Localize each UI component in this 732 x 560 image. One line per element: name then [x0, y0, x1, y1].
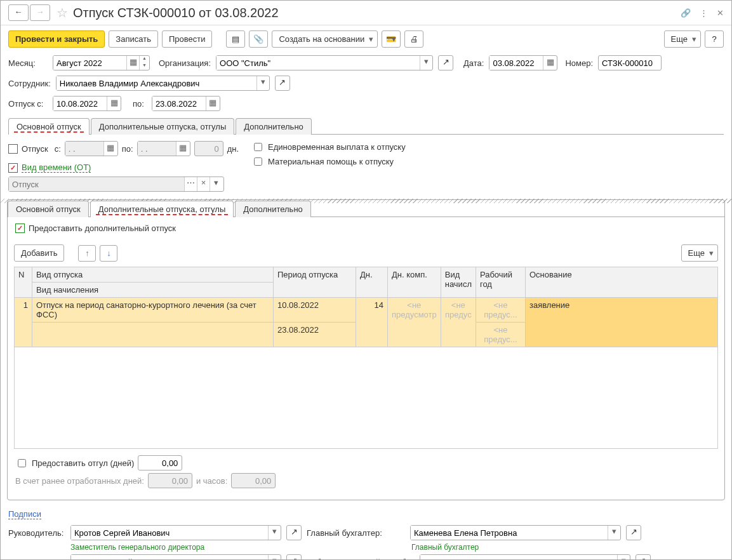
- help-button[interactable]: ?: [705, 30, 724, 48]
- vacation-checkbox[interactable]: [8, 144, 18, 154]
- vacation-to-calendar-icon[interactable]: ▦: [176, 142, 190, 156]
- cell-n[interactable]: 1: [15, 298, 32, 347]
- month-input[interactable]: ▦ ▲▼: [53, 55, 150, 70]
- move-down-button[interactable]: ↓: [100, 245, 117, 262]
- signatures-link[interactable]: Подписи: [8, 509, 41, 519]
- cell-reason[interactable]: заявление: [525, 298, 717, 347]
- nav-back-button[interactable]: ←: [8, 4, 29, 21]
- tab-extra-vacation[interactable]: Дополнительные отпуска, отгулы: [91, 118, 235, 135]
- hr-open-button[interactable]: ↗: [636, 554, 651, 560]
- cell-days[interactable]: 14: [356, 298, 388, 347]
- post-and-close-button[interactable]: Провести и закрыть: [8, 30, 105, 48]
- head-label: Руководитель:: [8, 528, 65, 538]
- payments-icon-button[interactable]: 💳: [382, 30, 401, 48]
- add-row-button[interactable]: Добавить: [14, 244, 64, 262]
- otgul-checkbox[interactable]: [18, 459, 26, 467]
- employee-select[interactable]: ▾: [56, 76, 270, 91]
- close-icon[interactable]: ✕: [717, 8, 724, 18]
- col-accrual-kind: Вид начисл: [441, 267, 476, 298]
- employee-label: Сотрудник:: [8, 79, 51, 88]
- otgul-days-input[interactable]: [138, 455, 182, 470]
- col-kind: Вид отпуска: [32, 267, 274, 283]
- vacation-s-label: с:: [55, 144, 61, 154]
- cell-kind[interactable]: Отпуск на период санаторно-курортного ле…: [32, 298, 274, 323]
- vacation-from-calendar-icon[interactable]: ▦: [103, 142, 117, 156]
- time-type-checkbox[interactable]: [8, 163, 18, 173]
- hr-select[interactable]: ▾: [420, 554, 630, 560]
- month-calendar-icon[interactable]: ▦: [126, 56, 139, 70]
- chief-acc-select[interactable]: ▾: [410, 525, 621, 540]
- vacation-from-input[interactable]: [65, 142, 103, 156]
- vacation-type-dots-icon[interactable]: ⋯: [184, 177, 197, 191]
- lump-sum-label: Единовременная выплата к отпуску: [268, 142, 406, 152]
- acc-select[interactable]: ▾: [70, 554, 281, 560]
- from-calendar-icon[interactable]: ▦: [107, 97, 121, 110]
- employee-dropdown-icon[interactable]: ▾: [256, 76, 269, 90]
- vacation-type-dropdown-icon[interactable]: ▾: [210, 177, 222, 191]
- kebab-menu-icon[interactable]: ⋮: [700, 8, 708, 18]
- month-down-icon[interactable]: ▼: [140, 63, 149, 70]
- cell-kind-sub[interactable]: [32, 323, 274, 347]
- favorite-star-icon[interactable]: ☆: [57, 5, 68, 20]
- attachment-icon-button[interactable]: 📎: [249, 30, 268, 48]
- table-more-button[interactable]: Еще: [681, 244, 718, 262]
- date-input[interactable]: [489, 56, 543, 70]
- org-open-button[interactable]: ↗: [438, 55, 453, 70]
- post-button[interactable]: Провести: [162, 30, 213, 48]
- lump-sum-checkbox[interactable]: [254, 143, 262, 151]
- more-button[interactable]: Еще: [664, 30, 701, 48]
- org-select[interactable]: ▾: [216, 55, 433, 70]
- head-select[interactable]: ▾: [70, 525, 281, 540]
- tab2-additional[interactable]: Дополнительно: [235, 201, 311, 217]
- date-calendar-icon[interactable]: ▦: [543, 56, 557, 70]
- tab-additional[interactable]: Дополнительно: [236, 118, 312, 135]
- provide-extra-label: Предоставить дополнительный отпуск: [29, 223, 176, 233]
- print-icon-button[interactable]: 🖨: [404, 30, 423, 48]
- month-up-icon[interactable]: ▲: [140, 56, 149, 63]
- to-calendar-icon[interactable]: ▦: [206, 97, 220, 110]
- days-suffix: дн.: [227, 144, 239, 154]
- link-icon[interactable]: 🔗: [681, 8, 691, 18]
- vacation-to-input[interactable]: [138, 142, 176, 156]
- material-help-checkbox[interactable]: [254, 157, 262, 166]
- prev-days-input: [148, 473, 192, 488]
- create-based-on-button[interactable]: Создать на основании: [272, 30, 378, 48]
- vacation-to-label: по:: [133, 99, 144, 109]
- vacation-type-clear-icon[interactable]: ×: [197, 177, 210, 191]
- chief-acc-open-button[interactable]: ↗: [626, 525, 641, 540]
- move-up-button[interactable]: ↑: [78, 245, 96, 262]
- nav-forward-button[interactable]: →: [30, 4, 50, 21]
- org-dropdown-icon[interactable]: ▾: [420, 56, 432, 70]
- vacation-days-input[interactable]: [194, 141, 223, 156]
- month-value[interactable]: [53, 56, 126, 70]
- tab2-extra-vacation[interactable]: Дополнительные отпуска, отгулы: [90, 201, 234, 217]
- org-value[interactable]: [216, 56, 420, 70]
- cell-period-from[interactable]: 10.08.2022: [274, 298, 356, 323]
- employee-open-button[interactable]: ↗: [275, 76, 290, 91]
- vacation-type-select[interactable]: ⋯ × ▾: [8, 177, 224, 192]
- time-type-link[interactable]: Вид времени (ОТ): [22, 163, 91, 173]
- from-date-input[interactable]: ▦: [53, 96, 121, 111]
- col-days-comp: Дн. комп.: [388, 267, 441, 298]
- prev-hours-input: [231, 473, 276, 488]
- acc-open-button[interactable]: ↗: [286, 554, 302, 560]
- vacation-to-label: по:: [122, 144, 133, 154]
- provide-extra-checkbox[interactable]: [15, 223, 25, 233]
- to-date-input[interactable]: ▦: [152, 96, 220, 111]
- save-button[interactable]: Записать: [109, 30, 158, 48]
- tab-main-vacation[interactable]: Основной отпуск: [8, 118, 90, 135]
- head-open-button[interactable]: ↗: [286, 525, 302, 540]
- extra-vacations-table[interactable]: N Вид отпуска Период отпуска Дн. Дн. ком…: [14, 267, 718, 449]
- employee-value[interactable]: [57, 76, 256, 90]
- vacation-type-input[interactable]: [9, 177, 184, 191]
- material-help-label: Материальная помощь к отпуску: [268, 157, 394, 166]
- cell-accrual-kind: <не предус: [441, 298, 476, 347]
- col-kind-sub: Вид начисления: [32, 283, 274, 298]
- tab2-main-vacation[interactable]: Основной отпуск: [8, 201, 89, 217]
- number-input[interactable]: [598, 55, 662, 70]
- table-row[interactable]: 1 Отпуск на период санаторно-курортного …: [15, 298, 718, 323]
- vacation-checkbox-label: Отпуск: [22, 144, 48, 154]
- report-icon-button[interactable]: ▤: [226, 30, 245, 48]
- cell-period-to[interactable]: 23.08.2022: [274, 323, 356, 347]
- table-empty-space: [15, 347, 718, 449]
